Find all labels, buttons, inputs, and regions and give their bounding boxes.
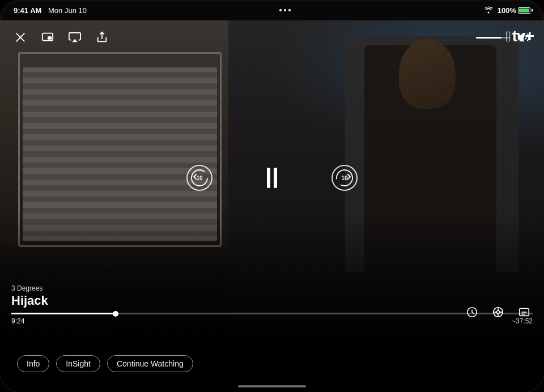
current-time: 9:24 (11, 317, 24, 325)
audio-options-button[interactable] (490, 304, 507, 321)
status-bar: 9:41 AM Mon Jun 10 100% (0, 0, 544, 20)
pause-bar-left (267, 168, 270, 188)
battery-fill (519, 8, 529, 12)
status-right: 100% (484, 6, 530, 15)
dot1 (279, 9, 282, 11)
dot3 (288, 9, 291, 11)
pip-button[interactable] (39, 28, 57, 46)
pause-icon (267, 168, 277, 188)
skip-back-button[interactable]: 10 (186, 165, 212, 191)
progress-fill (11, 313, 116, 314)
svg-text:10: 10 (196, 175, 203, 181)
center-playback-controls: 10 10 (186, 164, 358, 192)
wifi-icon (484, 6, 493, 15)
volume-bar[interactable] (476, 37, 510, 39)
bottom-panel: Info InSight Continue Watching (0, 335, 544, 392)
bottom-overlay: 3 Degrees Hijack 9:24 ~37:52 (0, 284, 544, 335)
progress-container[interactable]: 9:24 ~37:52 (11, 313, 533, 325)
pause-bar-right (274, 168, 277, 188)
top-controls (0, 20, 544, 54)
status-time: 9:41 AM Mon Jun 10 (14, 6, 87, 15)
svg-text:10: 10 (341, 175, 348, 181)
continue-watching-button[interactable]: Continue Watching (107, 355, 193, 372)
insight-button[interactable]: InSight (56, 355, 100, 372)
share-button[interactable] (93, 28, 111, 46)
time-display: 9:41 AM (14, 6, 41, 15)
time-row: 9:24 ~37:52 (11, 317, 533, 325)
show-title: Hijack (11, 293, 533, 308)
progress-bar[interactable] (11, 313, 533, 314)
video-player[interactable]:  tv+ 10 (0, 20, 544, 335)
home-indicator[interactable] (238, 385, 306, 387)
svg-marker-4 (72, 39, 77, 42)
pause-button[interactable] (258, 164, 286, 192)
battery-icon (518, 7, 530, 14)
subtitles-button[interactable] (516, 304, 533, 321)
battery-percent: 100% (498, 6, 516, 15)
battery-indicator: 100% (498, 6, 530, 15)
show-info: 3 Degrees Hijack (11, 284, 533, 308)
svg-rect-3 (48, 36, 52, 40)
svg-point-13 (496, 310, 500, 314)
dot2 (284, 9, 286, 11)
tv-logo-text: tv+ (512, 27, 534, 45)
top-left-controls (11, 28, 111, 46)
date-display: Mon Jun 10 (48, 6, 87, 15)
skip-forward-circle: 10 (332, 165, 358, 191)
right-bottom-controls (464, 304, 533, 321)
skip-back-circle: 10 (186, 165, 212, 191)
volume-fill (476, 37, 502, 39)
ipad-frame: 9:41 AM Mon Jun 10 100% (0, 0, 544, 392)
airplay-button[interactable] (66, 28, 84, 46)
status-center (279, 9, 291, 11)
progress-scrubber[interactable] (113, 311, 118, 317)
info-button[interactable]: Info (17, 355, 49, 372)
playback-speed-button[interactable] (464, 304, 481, 321)
show-subtitle: 3 Degrees (11, 284, 533, 292)
apple-icon:  (505, 28, 511, 45)
skip-forward-button[interactable]: 10 (332, 165, 358, 191)
apple-tv-logo:  tv+ (505, 27, 534, 45)
close-button[interactable] (11, 28, 29, 46)
